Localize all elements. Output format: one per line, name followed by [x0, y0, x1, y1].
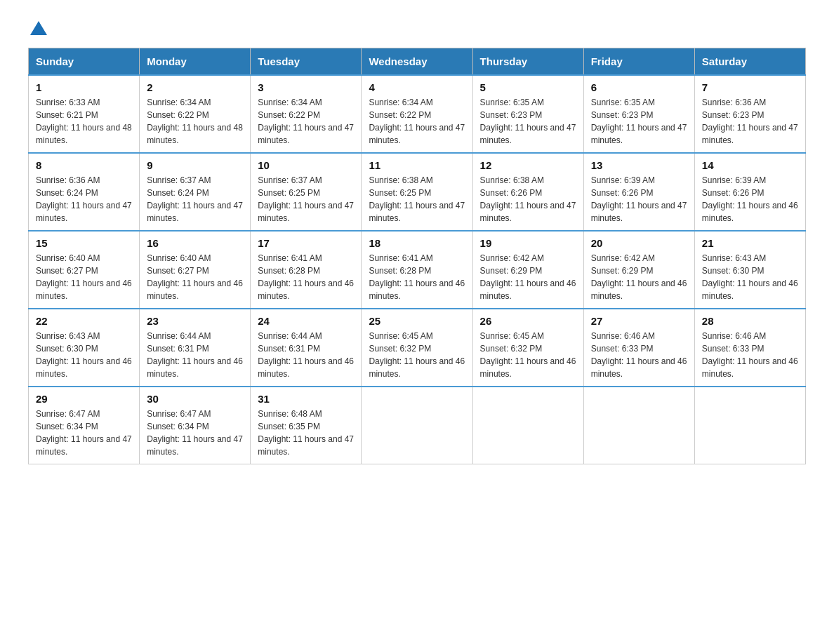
day-number: 27: [591, 315, 687, 327]
day-info: Sunrise: 6:39 AM Sunset: 6:26 PM Dayligh…: [591, 174, 687, 224]
day-number: 2: [147, 81, 243, 93]
calendar-day-cell: 1 Sunrise: 6:33 AM Sunset: 6:21 PM Dayli…: [29, 75, 140, 153]
calendar-day-cell: 13 Sunrise: 6:39 AM Sunset: 6:26 PM Dayl…: [583, 153, 694, 231]
day-info: Sunrise: 6:43 AM Sunset: 6:30 PM Dayligh…: [702, 252, 798, 302]
day-info: Sunrise: 6:39 AM Sunset: 6:26 PM Dayligh…: [702, 174, 798, 224]
calendar-day-cell: 15 Sunrise: 6:40 AM Sunset: 6:27 PM Dayl…: [29, 231, 140, 309]
day-number: 14: [702, 159, 798, 171]
calendar-day-cell: 3 Sunrise: 6:34 AM Sunset: 6:22 PM Dayli…: [251, 75, 362, 153]
calendar-day-cell: 14 Sunrise: 6:39 AM Sunset: 6:26 PM Dayl…: [694, 153, 805, 231]
day-number: 29: [36, 393, 132, 405]
day-info: Sunrise: 6:35 AM Sunset: 6:23 PM Dayligh…: [480, 96, 576, 147]
day-info: Sunrise: 6:41 AM Sunset: 6:28 PM Dayligh…: [369, 252, 465, 302]
calendar-day-cell: 24 Sunrise: 6:44 AM Sunset: 6:31 PM Dayl…: [251, 309, 362, 387]
calendar-day-cell: 2 Sunrise: 6:34 AM Sunset: 6:22 PM Dayli…: [140, 75, 251, 153]
day-info: Sunrise: 6:38 AM Sunset: 6:25 PM Dayligh…: [369, 174, 465, 224]
day-number: 9: [147, 159, 243, 171]
calendar-week-row: 22 Sunrise: 6:43 AM Sunset: 6:30 PM Dayl…: [29, 309, 806, 387]
day-info: Sunrise: 6:42 AM Sunset: 6:29 PM Dayligh…: [591, 252, 687, 302]
day-info: Sunrise: 6:38 AM Sunset: 6:26 PM Dayligh…: [480, 174, 576, 224]
calendar-day-cell: 11 Sunrise: 6:38 AM Sunset: 6:25 PM Dayl…: [362, 153, 472, 231]
day-number: 10: [258, 159, 354, 171]
day-number: 6: [591, 81, 687, 93]
day-info: Sunrise: 6:45 AM Sunset: 6:32 PM Dayligh…: [480, 330, 576, 380]
day-number: 22: [36, 315, 132, 327]
calendar-table: SundayMondayTuesdayWednesdayThursdayFrid…: [28, 48, 806, 464]
calendar-day-cell: 28 Sunrise: 6:46 AM Sunset: 6:33 PM Dayl…: [694, 309, 805, 387]
day-number: 8: [36, 159, 132, 171]
calendar-day-cell: 20 Sunrise: 6:42 AM Sunset: 6:29 PM Dayl…: [583, 231, 694, 309]
day-number: 23: [147, 315, 243, 327]
logo: [28, 21, 47, 34]
calendar-day-cell: 31 Sunrise: 6:48 AM Sunset: 6:35 PM Dayl…: [251, 387, 362, 464]
calendar-day-cell: 23 Sunrise: 6:44 AM Sunset: 6:31 PM Dayl…: [140, 309, 251, 387]
calendar-day-cell: 30 Sunrise: 6:47 AM Sunset: 6:34 PM Dayl…: [140, 387, 251, 464]
calendar-day-cell: 27 Sunrise: 6:46 AM Sunset: 6:33 PM Dayl…: [583, 309, 694, 387]
day-number: 12: [480, 159, 576, 171]
day-number: 31: [258, 393, 354, 405]
calendar-day-cell: [362, 387, 472, 464]
day-info: Sunrise: 6:45 AM Sunset: 6:32 PM Dayligh…: [369, 330, 465, 380]
calendar-week-row: 29 Sunrise: 6:47 AM Sunset: 6:34 PM Dayl…: [29, 387, 806, 464]
day-number: 19: [480, 237, 576, 249]
calendar-day-cell: 12 Sunrise: 6:38 AM Sunset: 6:26 PM Dayl…: [472, 153, 583, 231]
day-number: 7: [702, 81, 798, 93]
day-info: Sunrise: 6:47 AM Sunset: 6:34 PM Dayligh…: [147, 408, 243, 458]
calendar-day-cell: 17 Sunrise: 6:41 AM Sunset: 6:28 PM Dayl…: [251, 231, 362, 309]
day-info: Sunrise: 6:37 AM Sunset: 6:24 PM Dayligh…: [147, 174, 243, 224]
day-number: 3: [258, 81, 354, 93]
calendar-weekday-header: Tuesday: [251, 48, 362, 76]
day-info: Sunrise: 6:34 AM Sunset: 6:22 PM Dayligh…: [258, 96, 354, 147]
day-info: Sunrise: 6:33 AM Sunset: 6:21 PM Dayligh…: [36, 96, 132, 147]
day-info: Sunrise: 6:37 AM Sunset: 6:25 PM Dayligh…: [258, 174, 354, 224]
day-info: Sunrise: 6:34 AM Sunset: 6:22 PM Dayligh…: [369, 96, 465, 147]
day-number: 25: [369, 315, 465, 327]
day-number: 17: [258, 237, 354, 249]
calendar-weekday-header: Saturday: [694, 48, 805, 76]
calendar-day-cell: 7 Sunrise: 6:36 AM Sunset: 6:23 PM Dayli…: [694, 75, 805, 153]
day-number: 18: [369, 237, 465, 249]
calendar-week-row: 1 Sunrise: 6:33 AM Sunset: 6:21 PM Dayli…: [29, 75, 806, 153]
day-number: 15: [36, 237, 132, 249]
calendar-day-cell: 8 Sunrise: 6:36 AM Sunset: 6:24 PM Dayli…: [29, 153, 140, 231]
calendar-weekday-header: Thursday: [472, 48, 583, 76]
calendar-day-cell: 10 Sunrise: 6:37 AM Sunset: 6:25 PM Dayl…: [251, 153, 362, 231]
day-number: 30: [147, 393, 243, 405]
day-info: Sunrise: 6:40 AM Sunset: 6:27 PM Dayligh…: [147, 252, 243, 302]
day-info: Sunrise: 6:35 AM Sunset: 6:23 PM Dayligh…: [591, 96, 687, 147]
calendar-weekday-header: Sunday: [29, 48, 140, 76]
day-number: 24: [258, 315, 354, 327]
calendar-day-cell: 19 Sunrise: 6:42 AM Sunset: 6:29 PM Dayl…: [472, 231, 583, 309]
calendar-weekday-header: Monday: [140, 48, 251, 76]
calendar-day-cell: [694, 387, 805, 464]
day-number: 1: [36, 81, 132, 93]
day-number: 20: [591, 237, 687, 249]
day-number: 26: [480, 315, 576, 327]
calendar-week-row: 15 Sunrise: 6:40 AM Sunset: 6:27 PM Dayl…: [29, 231, 806, 309]
day-info: Sunrise: 6:42 AM Sunset: 6:29 PM Dayligh…: [480, 252, 576, 302]
day-info: Sunrise: 6:36 AM Sunset: 6:24 PM Dayligh…: [36, 174, 132, 224]
calendar-day-cell: [583, 387, 694, 464]
calendar-day-cell: 29 Sunrise: 6:47 AM Sunset: 6:34 PM Dayl…: [29, 387, 140, 464]
day-number: 28: [702, 315, 798, 327]
day-info: Sunrise: 6:36 AM Sunset: 6:23 PM Dayligh…: [702, 96, 798, 147]
calendar-header-row: SundayMondayTuesdayWednesdayThursdayFrid…: [29, 48, 806, 76]
calendar-day-cell: 5 Sunrise: 6:35 AM Sunset: 6:23 PM Dayli…: [472, 75, 583, 153]
calendar-day-cell: [472, 387, 583, 464]
calendar-day-cell: 22 Sunrise: 6:43 AM Sunset: 6:30 PM Dayl…: [29, 309, 140, 387]
day-number: 4: [369, 81, 465, 93]
calendar-day-cell: 26 Sunrise: 6:45 AM Sunset: 6:32 PM Dayl…: [472, 309, 583, 387]
day-info: Sunrise: 6:47 AM Sunset: 6:34 PM Dayligh…: [36, 408, 132, 458]
day-number: 21: [702, 237, 798, 249]
day-info: Sunrise: 6:46 AM Sunset: 6:33 PM Dayligh…: [591, 330, 687, 380]
calendar-day-cell: 18 Sunrise: 6:41 AM Sunset: 6:28 PM Dayl…: [362, 231, 472, 309]
day-number: 13: [591, 159, 687, 171]
day-info: Sunrise: 6:44 AM Sunset: 6:31 PM Dayligh…: [258, 330, 354, 380]
calendar-day-cell: 21 Sunrise: 6:43 AM Sunset: 6:30 PM Dayl…: [694, 231, 805, 309]
calendar-week-row: 8 Sunrise: 6:36 AM Sunset: 6:24 PM Dayli…: [29, 153, 806, 231]
calendar-day-cell: 4 Sunrise: 6:34 AM Sunset: 6:22 PM Dayli…: [362, 75, 472, 153]
calendar-day-cell: 16 Sunrise: 6:40 AM Sunset: 6:27 PM Dayl…: [140, 231, 251, 309]
day-number: 5: [480, 81, 576, 93]
day-number: 11: [369, 159, 465, 171]
page-header: [28, 21, 806, 34]
